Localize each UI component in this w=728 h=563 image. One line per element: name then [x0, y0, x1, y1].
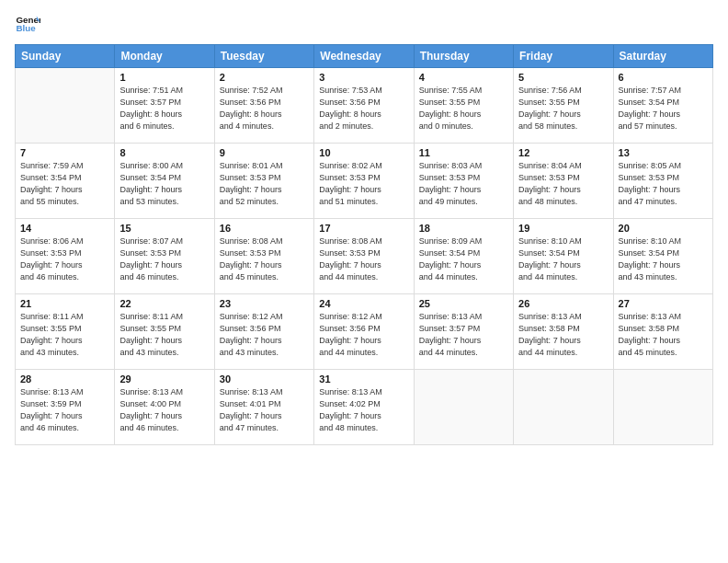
- day-number: 29: [119, 373, 209, 385]
- day-number: 19: [518, 223, 608, 234]
- calendar-cell: 25Sunrise: 8:13 AM Sunset: 3:57 PM Dayli…: [414, 294, 513, 370]
- day-info: Sunrise: 8:13 AM Sunset: 4:00 PM Dayligh…: [119, 386, 209, 434]
- day-info: Sunrise: 8:11 AM Sunset: 3:55 PM Dayligh…: [20, 311, 109, 359]
- day-number: 2: [220, 72, 309, 83]
- calendar-cell: 5Sunrise: 7:56 AM Sunset: 3:55 PM Daylig…: [514, 68, 613, 144]
- calendar-cell: 12Sunrise: 8:04 AM Sunset: 3:53 PM Dayli…: [514, 144, 613, 219]
- calendar-cell: 6Sunrise: 7:57 AM Sunset: 3:54 PM Daylig…: [613, 68, 712, 144]
- day-info: Sunrise: 8:13 AM Sunset: 3:58 PM Dayligh…: [619, 311, 708, 359]
- calendar-cell: [514, 370, 613, 445]
- calendar-cell: 20Sunrise: 8:10 AM Sunset: 3:54 PM Dayli…: [613, 219, 712, 294]
- calendar-cell: 4Sunrise: 7:55 AM Sunset: 3:55 PM Daylig…: [414, 68, 513, 144]
- day-number: 9: [220, 147, 309, 158]
- day-info: Sunrise: 8:03 AM Sunset: 3:53 PM Dayligh…: [419, 160, 508, 208]
- calendar-table: SundayMondayTuesdayWednesdayThursdayFrid…: [15, 44, 713, 445]
- day-number: 22: [119, 298, 209, 309]
- day-info: Sunrise: 8:08 AM Sunset: 3:53 PM Dayligh…: [319, 236, 408, 283]
- day-info: Sunrise: 8:09 AM Sunset: 3:54 PM Dayligh…: [419, 236, 508, 283]
- calendar-cell: [613, 370, 712, 445]
- day-number: 18: [419, 223, 508, 234]
- calendar-week-row: 14Sunrise: 8:06 AM Sunset: 3:53 PM Dayli…: [16, 219, 713, 294]
- calendar-cell: 10Sunrise: 8:02 AM Sunset: 3:53 PM Dayli…: [314, 144, 414, 219]
- day-info: Sunrise: 8:02 AM Sunset: 3:53 PM Dayligh…: [319, 160, 408, 208]
- calendar-cell: 3Sunrise: 7:53 AM Sunset: 3:56 PM Daylig…: [314, 68, 414, 144]
- weekday-header-sunday: Sunday: [16, 45, 115, 68]
- day-info: Sunrise: 8:10 AM Sunset: 3:54 PM Dayligh…: [518, 236, 608, 283]
- day-number: 3: [319, 72, 408, 83]
- day-number: 7: [20, 147, 109, 158]
- calendar-cell: 11Sunrise: 8:03 AM Sunset: 3:53 PM Dayli…: [414, 144, 513, 219]
- svg-text:Blue: Blue: [16, 23, 36, 33]
- calendar-cell: [414, 370, 513, 445]
- day-number: 31: [319, 373, 408, 385]
- day-info: Sunrise: 8:08 AM Sunset: 3:53 PM Dayligh…: [220, 236, 309, 283]
- calendar-cell: 31Sunrise: 8:13 AM Sunset: 4:02 PM Dayli…: [314, 370, 414, 445]
- day-number: 20: [619, 223, 708, 234]
- day-info: Sunrise: 8:13 AM Sunset: 3:58 PM Dayligh…: [518, 311, 608, 359]
- day-info: Sunrise: 7:52 AM Sunset: 3:56 PM Dayligh…: [220, 85, 309, 132]
- logo: General Blue: [15, 11, 40, 37]
- calendar-cell: 26Sunrise: 8:13 AM Sunset: 3:58 PM Dayli…: [514, 294, 613, 370]
- day-number: 27: [619, 298, 708, 309]
- day-number: 30: [220, 373, 309, 385]
- day-number: 4: [419, 72, 508, 83]
- day-info: Sunrise: 7:59 AM Sunset: 3:54 PM Dayligh…: [20, 160, 109, 208]
- calendar-cell: 23Sunrise: 8:12 AM Sunset: 3:56 PM Dayli…: [214, 294, 313, 370]
- day-number: 25: [419, 298, 508, 309]
- calendar-cell: 14Sunrise: 8:06 AM Sunset: 3:53 PM Dayli…: [16, 219, 115, 294]
- day-info: Sunrise: 8:10 AM Sunset: 3:54 PM Dayligh…: [619, 236, 708, 283]
- day-number: 21: [20, 298, 109, 309]
- calendar-cell: 7Sunrise: 7:59 AM Sunset: 3:54 PM Daylig…: [16, 144, 115, 219]
- day-info: Sunrise: 8:13 AM Sunset: 4:01 PM Dayligh…: [220, 386, 309, 434]
- day-number: 8: [119, 147, 209, 158]
- calendar-week-row: 28Sunrise: 8:13 AM Sunset: 3:59 PM Dayli…: [16, 370, 713, 445]
- weekday-header-wednesday: Wednesday: [314, 45, 414, 68]
- day-info: Sunrise: 8:05 AM Sunset: 3:53 PM Dayligh…: [619, 160, 708, 208]
- day-number: 23: [220, 298, 309, 309]
- day-info: Sunrise: 8:00 AM Sunset: 3:54 PM Dayligh…: [119, 160, 209, 208]
- calendar-week-row: 1Sunrise: 7:51 AM Sunset: 3:57 PM Daylig…: [16, 68, 713, 144]
- day-info: Sunrise: 7:56 AM Sunset: 3:55 PM Dayligh…: [518, 85, 608, 132]
- calendar-cell: 9Sunrise: 8:01 AM Sunset: 3:53 PM Daylig…: [214, 144, 313, 219]
- weekday-header-tuesday: Tuesday: [214, 45, 313, 68]
- day-info: Sunrise: 8:13 AM Sunset: 3:57 PM Dayligh…: [419, 311, 508, 359]
- calendar-cell: 27Sunrise: 8:13 AM Sunset: 3:58 PM Dayli…: [613, 294, 712, 370]
- day-number: 11: [419, 147, 508, 158]
- day-info: Sunrise: 8:13 AM Sunset: 4:02 PM Dayligh…: [319, 386, 408, 434]
- calendar-cell: 29Sunrise: 8:13 AM Sunset: 4:00 PM Dayli…: [115, 370, 214, 445]
- day-number: 24: [319, 298, 408, 309]
- weekday-header-saturday: Saturday: [613, 45, 712, 68]
- weekday-header-monday: Monday: [115, 45, 214, 68]
- day-number: 16: [220, 223, 309, 234]
- page-header: General Blue: [15, 11, 713, 37]
- calendar-cell: [16, 68, 115, 144]
- day-info: Sunrise: 8:01 AM Sunset: 3:53 PM Dayligh…: [220, 160, 309, 208]
- day-number: 5: [518, 72, 608, 83]
- day-info: Sunrise: 8:12 AM Sunset: 3:56 PM Dayligh…: [220, 311, 309, 359]
- calendar-cell: 16Sunrise: 8:08 AM Sunset: 3:53 PM Dayli…: [214, 219, 313, 294]
- day-info: Sunrise: 8:04 AM Sunset: 3:53 PM Dayligh…: [518, 160, 608, 208]
- day-info: Sunrise: 8:11 AM Sunset: 3:55 PM Dayligh…: [119, 311, 209, 359]
- day-number: 12: [518, 147, 608, 158]
- day-number: 28: [20, 373, 109, 385]
- calendar-cell: 24Sunrise: 8:12 AM Sunset: 3:56 PM Dayli…: [314, 294, 414, 370]
- calendar-cell: 13Sunrise: 8:05 AM Sunset: 3:53 PM Dayli…: [613, 144, 712, 219]
- day-number: 15: [119, 223, 209, 234]
- calendar-cell: 21Sunrise: 8:11 AM Sunset: 3:55 PM Dayli…: [16, 294, 115, 370]
- day-info: Sunrise: 8:13 AM Sunset: 3:59 PM Dayligh…: [20, 386, 109, 434]
- calendar-cell: 8Sunrise: 8:00 AM Sunset: 3:54 PM Daylig…: [115, 144, 214, 219]
- day-number: 14: [20, 223, 109, 234]
- day-info: Sunrise: 8:06 AM Sunset: 3:53 PM Dayligh…: [20, 236, 109, 283]
- calendar-cell: 30Sunrise: 8:13 AM Sunset: 4:01 PM Dayli…: [214, 370, 313, 445]
- logo-icon: General Blue: [15, 11, 40, 37]
- calendar-cell: 1Sunrise: 7:51 AM Sunset: 3:57 PM Daylig…: [115, 68, 214, 144]
- calendar-week-row: 21Sunrise: 8:11 AM Sunset: 3:55 PM Dayli…: [16, 294, 713, 370]
- day-number: 26: [518, 298, 608, 309]
- weekday-header-friday: Friday: [514, 45, 613, 68]
- day-info: Sunrise: 7:57 AM Sunset: 3:54 PM Dayligh…: [619, 85, 708, 132]
- weekday-header-thursday: Thursday: [414, 45, 513, 68]
- calendar-cell: 28Sunrise: 8:13 AM Sunset: 3:59 PM Dayli…: [16, 370, 115, 445]
- day-info: Sunrise: 7:51 AM Sunset: 3:57 PM Dayligh…: [119, 85, 209, 132]
- calendar-cell: 17Sunrise: 8:08 AM Sunset: 3:53 PM Dayli…: [314, 219, 414, 294]
- calendar-cell: 18Sunrise: 8:09 AM Sunset: 3:54 PM Dayli…: [414, 219, 513, 294]
